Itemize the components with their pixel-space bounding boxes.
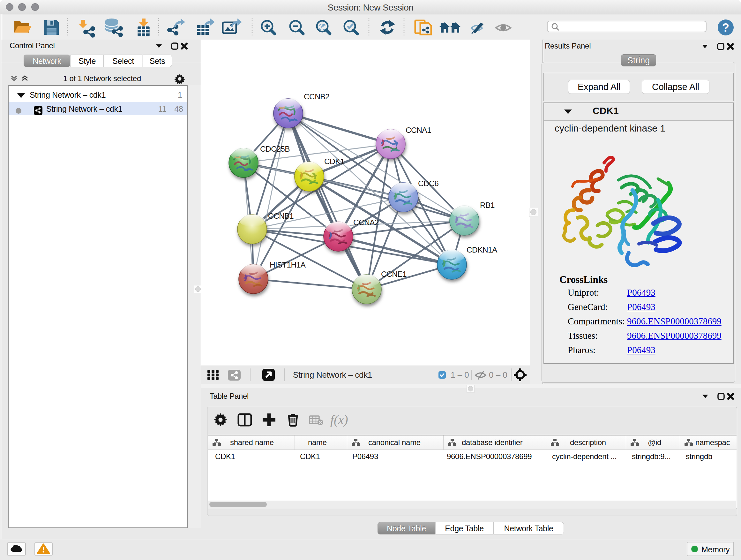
svg-text:?: ? — [722, 21, 729, 34]
svg-text:CDC6: CDC6 — [418, 179, 439, 188]
svg-text:f(x): f(x) — [330, 413, 348, 427]
svg-text:CDKN1A: CDKN1A — [467, 246, 497, 254]
svg-text:CDC25B: CDC25B — [260, 145, 290, 153]
svg-text:CCNE1: CCNE1 — [381, 270, 407, 278]
svg-text:CCNB2: CCNB2 — [304, 92, 329, 101]
svg-text:RB1: RB1 — [480, 201, 495, 209]
svg-text:CCNA2: CCNA2 — [353, 218, 379, 227]
svg-text:CCNA1: CCNA1 — [406, 126, 431, 134]
svg-text:HIST1H1A: HIST1H1A — [270, 260, 306, 269]
svg-text:CDK1: CDK1 — [324, 157, 344, 166]
svg-text:1 – 0: 1 – 0 — [451, 370, 469, 380]
svg-text:String Network – cdk1: String Network – cdk1 — [293, 370, 372, 380]
svg-text:0 – 0: 0 – 0 — [489, 370, 508, 380]
svg-text:CCNB1: CCNB1 — [268, 212, 293, 220]
